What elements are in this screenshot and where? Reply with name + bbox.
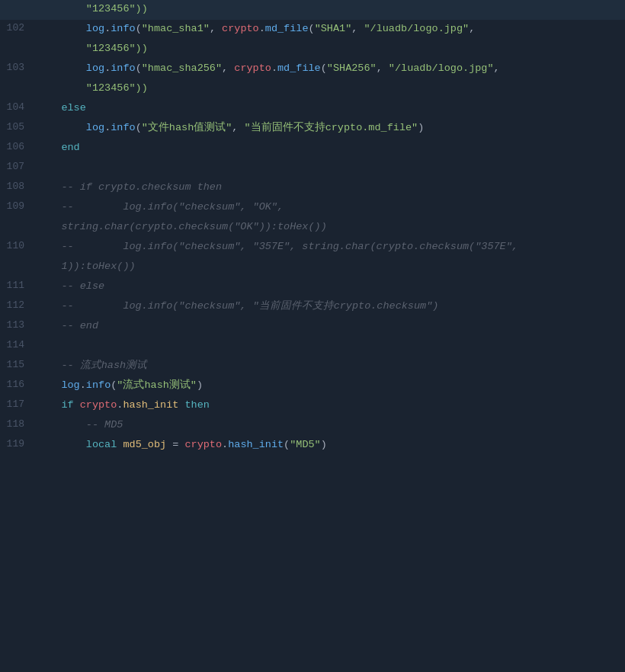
line-content: -- log.info("checksum", "357E", string.c…: [37, 238, 625, 255]
line-content: "123456")): [37, 0, 625, 18]
code-token: md_file: [265, 23, 309, 34]
code-token: [37, 379, 61, 391]
line-number: 110: [0, 238, 37, 254]
code-token: log: [86, 23, 104, 34]
code-token: (: [136, 62, 142, 74]
code-line: 115 -- 流式hash测试: [0, 357, 625, 376]
code-token: [37, 181, 61, 193]
line-number: 114: [0, 337, 37, 354]
code-token: "123456")): [86, 82, 148, 94]
code-token: [37, 360, 61, 371]
line-number: 115: [0, 357, 37, 373]
code-token: [37, 399, 61, 411]
line-content: "123456")): [37, 79, 625, 97]
code-token: "hmac_sha256": [142, 62, 222, 74]
code-line: 107: [0, 158, 625, 178]
code-token: [37, 221, 61, 232]
line-content: -- log.info("checksum", "当前固件不支持crypto.c…: [37, 297, 625, 315]
code-token: end: [61, 142, 79, 153]
code-line: string.char(crypto.checksum("OK")):toHex…: [0, 218, 625, 238]
code-line: 111 -- else: [0, 277, 625, 297]
line-number: 112: [0, 297, 37, 314]
code-token: "SHA256": [327, 62, 377, 74]
line-content: string.char(crypto.checksum("OK")):toHex…: [37, 218, 625, 235]
code-token: "123456")): [86, 43, 148, 54]
code-token: "/luadb/logo.jpg": [389, 62, 494, 74]
line-content: -- log.info("checksum", "OK",: [37, 198, 625, 216]
code-line: 117 if crypto.hash_init then: [0, 396, 625, 416]
line-number: 104: [0, 99, 37, 116]
code-token: (: [136, 122, 142, 133]
code-token: hash_init: [123, 399, 178, 411]
line-number: 106: [0, 139, 37, 155]
line-number: [0, 0, 37, 1]
line-content: if crypto.hash_init then: [37, 396, 625, 414]
code-token: --: [61, 201, 123, 213]
code-token: 1)):toHex()): [61, 261, 135, 272]
code-line: 102 log.info("hmac_sha1", crypto.md_file…: [0, 20, 625, 40]
code-token: then: [184, 399, 209, 411]
code-token: [37, 419, 86, 430]
code-token: "/luadb/logo.jpg": [364, 23, 469, 34]
code-token: -- else: [61, 280, 104, 292]
code-line: "123456")): [0, 40, 625, 59]
code-token: log: [123, 201, 141, 213]
code-token: md_file: [277, 62, 321, 74]
line-content: local md5_obj = crypto.hash_init("MD5"): [37, 436, 625, 453]
line-number: 117: [0, 396, 37, 413]
code-line: "123456")): [0, 79, 625, 99]
code-token: =: [166, 439, 184, 450]
code-token: (: [136, 23, 142, 34]
code-line: 118 -- MD5: [0, 416, 625, 436]
code-token: crypto: [184, 439, 222, 450]
line-content: log.info("流式hash测试"): [37, 376, 625, 394]
code-token: md5_obj: [123, 439, 166, 450]
line-number: [0, 79, 37, 80]
line-content: [37, 337, 625, 354]
code-token: local: [86, 439, 117, 450]
code-token: crypto: [222, 23, 259, 34]
code-token: -- 流式hash测试: [61, 360, 147, 371]
line-number: 113: [0, 317, 37, 334]
line-number: 102: [0, 20, 37, 37]
line-content: "123456")): [37, 40, 625, 57]
code-token: [37, 62, 86, 74]
code-line: 108 -- if crypto.checksum then: [0, 178, 625, 198]
code-token: .: [80, 379, 86, 391]
code-line: 103 log.info("hmac_sha256", crypto.md_fi…: [0, 59, 625, 79]
code-token: ,: [469, 23, 475, 34]
line-number: 116: [0, 376, 37, 393]
code-line: "123456")): [0, 0, 625, 20]
code-token: [37, 142, 61, 153]
code-token: [37, 102, 61, 114]
code-line: 104 else: [0, 99, 625, 119]
line-number: 111: [0, 277, 37, 294]
code-token: [37, 43, 86, 54]
code-token: -- end: [61, 320, 98, 331]
line-content: [37, 158, 625, 176]
code-token: crypto: [234, 62, 271, 74]
code-line: 106 end: [0, 139, 625, 158]
code-token: [37, 320, 61, 331]
code-token: "123456")): [37, 3, 148, 14]
code-token: .: [259, 23, 265, 34]
code-token: -- if crypto.checksum then: [61, 181, 222, 193]
code-token: "流式hash测试": [117, 379, 197, 391]
code-token: hash_init: [228, 439, 284, 450]
code-token: ): [321, 439, 327, 450]
code-token: [37, 280, 61, 292]
line-content: else: [37, 99, 625, 117]
line-content: log.info("hmac_sha1", crypto.md_file("SH…: [37, 20, 625, 37]
code-token: ,: [222, 62, 234, 74]
code-token: [74, 399, 80, 411]
code-line: 114: [0, 337, 625, 357]
line-number: 118: [0, 416, 37, 433]
code-token: info: [148, 201, 172, 213]
code-token: -- log.info("checksum", "357E", string.c…: [61, 241, 518, 252]
code-token: ): [418, 122, 424, 133]
line-content: -- MD5: [37, 416, 625, 434]
line-number: 119: [0, 436, 37, 453]
code-token: ,: [351, 23, 364, 34]
code-token: [37, 23, 86, 34]
code-token: (: [309, 23, 315, 34]
